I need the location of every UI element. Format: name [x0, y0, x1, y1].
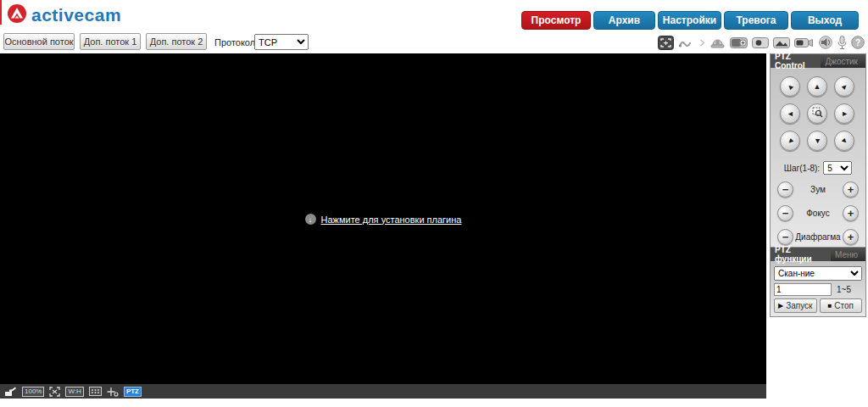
arrow-up-right-icon: ▲ — [839, 81, 850, 92]
red-accent-bar — [0, 0, 2, 25]
sub-stream-1-button[interactable]: Доп. поток 1 — [80, 33, 141, 50]
download-icon: ↓ — [305, 214, 316, 225]
protocol-label: Протокол — [214, 37, 255, 47]
ptz-left-button[interactable]: ▲ — [780, 103, 800, 124]
preset-range-label: 1~5 — [837, 285, 851, 294]
video-statusbar: 100% W:H PTZ — [0, 384, 766, 399]
tab-archive[interactable]: Архив — [593, 11, 655, 30]
ptz-control-header: PTZ Control Джостик — [771, 54, 865, 68]
arrow-up-left-icon: ▲ — [785, 81, 796, 92]
camera-web-ui: activecam Просмотр Архив Настройки Трево… — [0, 0, 868, 407]
ptz-control-panel: PTZ Control Джостик ▲ ▲ ▲ ▲ ▲ ▲ ▲ ▲ Ш — [770, 53, 866, 254]
arrow-down-right-icon: ▲ — [839, 136, 850, 147]
ptz-direction-pad: ▲ ▲ ▲ ▲ ▲ ▲ ▲ ▲ — [777, 76, 859, 153]
arrow-down-left-icon: ▲ — [785, 136, 796, 147]
tab-view[interactable]: Просмотр — [521, 11, 591, 30]
protocol-select[interactable]: TCP — [254, 34, 309, 50]
pattern-draw-icon[interactable] — [678, 36, 695, 48]
play-icon: ▶ — [778, 302, 783, 309]
svg-text:?: ? — [855, 38, 860, 47]
iris-row: − Диафрагма + — [777, 227, 859, 246]
install-plugin-link[interactable]: ↓ Нажмите для установки плагина — [0, 214, 766, 225]
iris-label: Диафрагма — [793, 232, 843, 242]
fit-screen-icon[interactable] — [49, 387, 60, 397]
focus-label: Фокус — [793, 209, 843, 218]
ptz-functions-tab[interactable]: PTZ функции — [771, 248, 831, 261]
ptz-up-right-button[interactable]: ▲ — [834, 76, 854, 97]
focus-minus-button[interactable]: − — [777, 205, 793, 221]
arrow-down-icon: ▲ — [814, 137, 821, 145]
record-icon[interactable] — [752, 36, 769, 49]
tab-settings[interactable]: Настройки — [658, 11, 721, 30]
arrow-right-icon: ▲ — [840, 110, 848, 118]
iris-plus-button[interactable]: + — [843, 229, 859, 245]
ptz-up-button[interactable]: ▲ — [807, 76, 827, 97]
video-camera-icon[interactable] — [794, 36, 814, 49]
start-button[interactable]: ▶ Запуск — [774, 298, 817, 313]
ptz-down-button[interactable]: ▲ — [807, 131, 827, 151]
stop-button[interactable]: ■ Стоп — [820, 298, 863, 313]
ptz-down-right-button[interactable]: ▲ — [834, 131, 854, 151]
microphone-icon[interactable] — [837, 36, 847, 50]
start-button-label: Запуск — [786, 301, 812, 310]
zoom-minus-button[interactable]: − — [777, 181, 793, 198]
focus-region-icon[interactable] — [658, 36, 674, 50]
aspect-ratio-button[interactable]: W:H — [65, 387, 83, 397]
focus-row: − Фокус + — [777, 204, 859, 222]
function-buttons: ▶ Запуск ■ Стоп — [774, 298, 862, 313]
arrow-up-icon: ▲ — [814, 83, 821, 91]
main-nav-tabs: Просмотр Архив Настройки Тревога Выход — [521, 11, 859, 30]
ptz-function-select[interactable]: Скан-ние — [774, 266, 862, 281]
brand-name: activecam — [31, 5, 121, 25]
dome-camera-icon[interactable] — [709, 36, 726, 49]
main-stream-button[interactable]: Основной поток — [3, 33, 75, 50]
step-label: Шаг(1-8): — [784, 164, 820, 173]
ptz-toggle-button[interactable]: PTZ — [124, 387, 142, 397]
preset-number-row: 1~5 — [774, 283, 862, 296]
install-plugin-text: Нажмите для установки плагина — [321, 215, 462, 225]
zoom-100-button[interactable]: 100% — [22, 387, 44, 397]
ptz-up-left-button[interactable]: ▲ — [780, 76, 800, 97]
header: activecam Просмотр Архив Настройки Трево… — [0, 0, 868, 31]
ptz-functions-header: PTZ функции Меню — [771, 248, 865, 261]
pixel-grid-icon[interactable] — [89, 387, 102, 396]
focus-plus-button[interactable]: + — [843, 205, 859, 221]
ptz-3d-position-button[interactable] — [807, 103, 827, 124]
zoom-row: − Зум + — [777, 180, 859, 198]
toolbar-icons: ? — [658, 33, 865, 52]
ptz-down-left-button[interactable]: ▲ — [780, 131, 800, 151]
tab-logout[interactable]: Выход — [791, 11, 859, 30]
ptz-step-row: Шаг(1-8): 5 — [771, 161, 865, 175]
step-select[interactable]: 5 — [823, 161, 852, 175]
e-zoom-crosshair-icon[interactable] — [107, 387, 119, 397]
activecam-logo-icon — [7, 3, 27, 27]
image-adjust-icon[interactable] — [4, 387, 17, 397]
brand-logo: activecam — [7, 3, 121, 27]
video-canvas: ↓ Нажмите для установки плагина 100% W:H… — [0, 53, 766, 399]
tab-alarm[interactable]: Тревога — [724, 11, 788, 30]
speaker-icon[interactable] — [818, 36, 833, 49]
iris-minus-button[interactable]: − — [777, 229, 793, 245]
zoom-area-icon — [812, 106, 823, 121]
zoom-label: Зум — [793, 185, 843, 194]
zoom-plus-button[interactable]: + — [843, 181, 859, 198]
stop-button-label: Стоп — [834, 301, 854, 310]
e-zoom-icon[interactable] — [730, 36, 748, 49]
stop-icon: ■ — [827, 302, 832, 309]
ptz-functions-panel: PTZ функции Меню Скан-ние 1~5 ▶ Запуск ■… — [770, 247, 866, 317]
chevron-separator-icon — [699, 39, 705, 47]
ptz-right-button[interactable]: ▲ — [834, 103, 854, 124]
ptz-control-tab[interactable]: PTZ Control — [771, 54, 821, 68]
snapshot-icon[interactable] — [773, 36, 790, 49]
sub-stream-2-button[interactable]: Доп. поток 2 — [146, 33, 207, 50]
help-icon[interactable]: ? — [851, 36, 865, 49]
menu-tab[interactable]: Меню — [831, 248, 862, 261]
joystick-tab[interactable]: Джостик — [821, 54, 862, 68]
stream-toolbar: Основной поток Доп. поток 1 Доп. поток 2… — [0, 31, 868, 53]
preset-number-input[interactable] — [774, 283, 832, 296]
arrow-left-icon: ▲ — [786, 110, 793, 118]
